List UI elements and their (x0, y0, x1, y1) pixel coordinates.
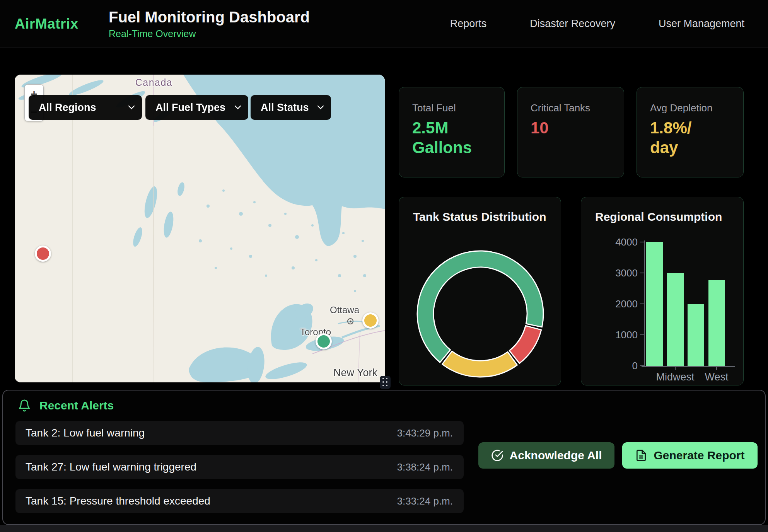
region-filter-dropdown[interactable]: All Regions (29, 95, 142, 120)
bar-2 (688, 304, 704, 366)
stat-card-total-fuel: Total Fuel 2.5M Gallons (399, 87, 505, 177)
screen: AirMatrix Fuel Monitoring Dashboard Real… (0, 0, 768, 532)
country-label-canada: Canada (131, 77, 177, 88)
brand-logo: AirMatrix (15, 16, 109, 32)
status-filter-dropdown[interactable]: All Status (251, 95, 331, 120)
donut-chart (399, 197, 561, 386)
generate-report-label: Generate Report (654, 449, 744, 462)
nav-item-user-management[interactable]: User Management (659, 18, 744, 30)
alert-text: Tank 27: Low fuel warning triggered (26, 455, 196, 479)
footer-strip (0, 525, 768, 532)
alerts-title: Recent Alerts (39, 399, 114, 412)
stat-label: Total Fuel (412, 102, 504, 114)
y-tick-label: 2000 (608, 298, 638, 310)
status-filter-value: All Status (261, 102, 309, 114)
alert-time: 3:43:29 p.m. (397, 421, 453, 445)
app-header: AirMatrix Fuel Monitoring Dashboard Real… (0, 0, 768, 48)
x-tick-label: Midwest (656, 371, 694, 383)
stat-card-avg-depletion: Avg Depletion 1.8%/ day (637, 87, 744, 177)
chevron-down-icon (128, 105, 135, 110)
bar-1 (667, 273, 684, 366)
fuel-type-filter-value: All Fuel Types (155, 102, 225, 114)
y-tick-mark (640, 273, 644, 273)
map-marker-critical[interactable] (35, 246, 51, 262)
alerts-header: Recent Alerts (18, 399, 114, 412)
x-tick-mark (675, 366, 676, 370)
x-tick-mark (716, 366, 717, 370)
y-tick-label: 1000 (608, 329, 638, 341)
bar-0 (646, 242, 663, 366)
fuel-type-filter-dropdown[interactable]: All Fuel Types (145, 95, 248, 120)
donut-segment (509, 326, 541, 363)
map-marker-normal[interactable] (316, 333, 332, 350)
alert-text: Tank 15: Pressure threshold exceeded (26, 489, 210, 513)
bell-icon (18, 399, 31, 412)
map-resize-handle[interactable] (380, 376, 391, 389)
donut-segment (442, 351, 517, 377)
x-axis-line (642, 366, 735, 367)
stat-card-critical-tanks: Critical Tanks 10 (517, 87, 624, 177)
alert-row[interactable]: Tank 15: Pressure threshold exceeded 3:3… (15, 489, 464, 513)
chevron-down-icon (317, 105, 324, 110)
chart-panel-regional-consumption: Regional Consumption 01000200030004000Mi… (581, 197, 744, 385)
alert-time: 3:33:24 p.m. (397, 489, 453, 513)
chart-title-regional-consumption: Regional Consumption (595, 210, 722, 223)
chart-title-tank-status: Tank Status Distribution (413, 210, 546, 223)
chart-panel-tank-status: Tank Status Distribution (399, 197, 561, 385)
title-block: Fuel Monitoring Dashboard Real-Time Over… (109, 9, 310, 39)
generate-report-button[interactable]: Generate Report (622, 442, 758, 469)
check-circle-icon (491, 449, 503, 462)
alert-row[interactable]: Tank 27: Low fuel warning triggered 3:38… (15, 455, 464, 479)
alert-time: 3:38:24 p.m. (397, 455, 453, 479)
x-tick-label: West (705, 371, 728, 383)
stat-value-total-fuel: 2.5M Gallons (412, 118, 504, 157)
region-filter-value: All Regions (39, 102, 96, 114)
stat-value-avg-depletion: 1.8%/ day (650, 118, 743, 157)
y-tick-label: 3000 (608, 267, 638, 279)
acknowledge-all-button[interactable]: Acknowledge All (478, 442, 614, 469)
nav-item-reports[interactable]: Reports (450, 18, 487, 30)
acknowledge-all-label: Acknowledge All (510, 449, 602, 462)
map-marker-warning[interactable] (362, 312, 379, 329)
y-tick-label: 4000 (608, 236, 638, 248)
chevron-down-icon (234, 105, 241, 110)
town-ring-icon (347, 318, 353, 324)
document-icon (635, 449, 647, 462)
stat-label: Critical Tanks (531, 102, 624, 114)
nav-item-disaster-recovery[interactable]: Disaster Recovery (530, 18, 615, 30)
page-title: Fuel Monitoring Dashboard (109, 9, 310, 26)
alert-text: Tank 2: Low fuel warning (26, 421, 145, 445)
y-tick-mark (640, 242, 644, 242)
page-subtitle: Real-Time Overview (109, 28, 310, 39)
city-label-ottawa: Ottawa (330, 305, 359, 315)
top-nav: Reports Disaster Recovery User Managemen… (450, 18, 768, 30)
y-tick-label: 0 (608, 360, 638, 372)
alert-row[interactable]: Tank 2: Low fuel warning 3:43:29 p.m. (15, 421, 464, 445)
bar-3 (708, 280, 725, 366)
stat-label: Avg Depletion (650, 102, 743, 114)
stat-value-critical-tanks: 10 (531, 118, 624, 138)
alerts-panel: Recent Alerts Tank 2: Low fuel warning 3… (2, 390, 766, 525)
bar-plot (645, 242, 734, 366)
y-tick-mark (640, 304, 644, 304)
y-tick-mark (640, 334, 644, 335)
y-tick-mark (640, 365, 644, 366)
map-canvas[interactable]: + − All Regions All Fuel Types All Statu… (15, 75, 385, 382)
city-label-newyork: New York (333, 367, 377, 379)
